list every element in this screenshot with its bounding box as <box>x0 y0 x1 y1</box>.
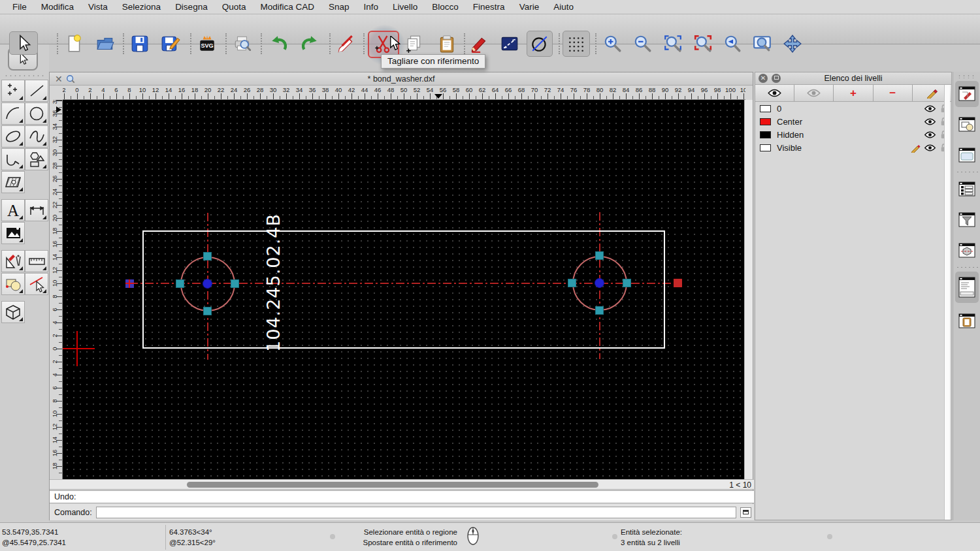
menu-item[interactable]: Modifica <box>34 2 81 12</box>
selection-handle[interactable] <box>595 306 604 315</box>
vertical-scrollbar[interactable] <box>744 100 753 479</box>
palette-polylines[interactable] <box>1 148 25 170</box>
horizontal-scrollbar[interactable]: 1 < 10 <box>50 479 754 490</box>
menu-item[interactable]: Modifica CAD <box>253 2 321 12</box>
open-file-button[interactable] <box>93 31 118 56</box>
drawing-canvas[interactable]: 104.245.02.4B <box>63 100 745 479</box>
undo-button[interactable] <box>267 31 291 56</box>
centerline-end-handle-right[interactable] <box>674 279 682 287</box>
zoom-pan-button[interactable] <box>780 31 805 56</box>
palette-splines[interactable] <box>25 125 48 148</box>
zoom-auto-button[interactable] <box>661 31 685 56</box>
print-preview-button[interactable] <box>230 31 255 56</box>
centerline-end-handle-left[interactable] <box>125 279 134 288</box>
layer-row[interactable]: 0 <box>755 102 951 115</box>
selection-handle[interactable] <box>231 279 239 288</box>
layer-row[interactable]: Hidden <box>755 128 951 141</box>
hide-all-layers-button[interactable] <box>794 85 834 101</box>
filter-window-button[interactable] <box>955 207 979 233</box>
menu-item[interactable]: Aiuto <box>546 2 581 12</box>
palette-blocks[interactable] <box>1 273 25 295</box>
layer-panel-scrollbar[interactable] <box>944 85 950 520</box>
part-number-text[interactable]: 104.245.02.4B <box>263 213 284 352</box>
palette-ellipses[interactable] <box>1 125 25 148</box>
palette-arcs[interactable] <box>1 102 25 125</box>
zoom-out-button[interactable] <box>630 31 655 56</box>
layer-list-window-button[interactable] <box>955 176 979 202</box>
detach-command-button[interactable] <box>740 507 751 518</box>
layer-visibility-eye-icon[interactable] <box>923 118 937 125</box>
drawing-window-titlebar[interactable]: ✕ * bond_washer.dxf <box>50 72 753 86</box>
preview-window-button[interactable] <box>955 142 979 168</box>
layer-visibility-eye-icon[interactable] <box>923 131 937 138</box>
command-window-button[interactable] <box>955 272 979 303</box>
palette-polygons[interactable] <box>25 148 48 170</box>
paste-button[interactable] <box>434 31 459 56</box>
zoom-select-button[interactable] <box>691 31 715 56</box>
palette-circles[interactable] <box>25 102 48 125</box>
layer-row[interactable]: Center <box>755 115 951 128</box>
command-input[interactable] <box>96 507 736 518</box>
delete-entities-button[interactable] <box>333 31 358 56</box>
palette-solids-3d[interactable] <box>1 301 25 323</box>
menu-item[interactable]: Quota <box>215 2 253 12</box>
menu-item[interactable]: Info <box>357 2 386 12</box>
select-arrow-button[interactable] <box>9 31 38 55</box>
palette-explode[interactable] <box>25 273 48 295</box>
layer-panel-titlebar[interactable]: ✕ Elenco dei livelli <box>755 72 951 85</box>
menu-item[interactable]: Blocco <box>425 2 466 12</box>
zoom-in-button[interactable] <box>600 31 625 56</box>
add-layer-button[interactable]: + <box>834 85 873 101</box>
grid-toggle-button[interactable] <box>563 31 590 57</box>
scrollbar-thumb[interactable] <box>187 482 598 488</box>
redo-button[interactable] <box>297 31 322 56</box>
close-icon[interactable]: ✕ <box>759 74 768 83</box>
palette-hatches[interactable] <box>1 171 25 193</box>
circle-attributes-button[interactable] <box>527 31 553 57</box>
save-button[interactable] <box>127 31 152 56</box>
zoom-previous-button[interactable] <box>720 31 745 56</box>
palette-points[interactable] <box>1 80 25 102</box>
copy-button[interactable] <box>402 31 427 56</box>
save-as-button[interactable] <box>158 31 183 56</box>
selection-handle[interactable] <box>203 307 212 315</box>
palette-modify[interactable] <box>1 250 25 272</box>
menu-item[interactable]: Disegna <box>168 2 215 12</box>
selection-handle[interactable] <box>203 252 212 260</box>
dock-drag-handle[interactable] <box>957 74 976 78</box>
palette-dimensions[interactable] <box>25 199 48 221</box>
palette-images[interactable] <box>1 222 25 244</box>
center-point-handle[interactable] <box>203 279 212 289</box>
selection-handle[interactable] <box>623 279 631 287</box>
zoom-window-button[interactable] <box>750 31 775 56</box>
layer-visibility-eye-icon[interactable] <box>923 105 937 112</box>
remove-layer-button[interactable]: − <box>874 85 913 101</box>
palette-measure[interactable] <box>25 250 48 272</box>
menu-item[interactable]: File <box>5 2 34 12</box>
menu-item[interactable]: Snap <box>321 2 357 12</box>
palette-text[interactable]: A <box>1 199 25 221</box>
palette-lines[interactable] <box>25 80 48 102</box>
show-all-layers-button[interactable] <box>755 85 794 101</box>
close-drawing-icon[interactable]: ✕ <box>55 74 63 84</box>
layer-row[interactable]: Visible <box>755 141 951 154</box>
library-window-button[interactable] <box>955 308 979 334</box>
block-shapes-window-button[interactable] <box>955 112 979 138</box>
svg-export-button[interactable]: SVG <box>195 31 220 56</box>
undock-icon[interactable] <box>772 74 781 83</box>
selection-handle[interactable] <box>568 279 576 287</box>
menu-item[interactable]: Livello <box>385 2 425 12</box>
menu-item[interactable]: Finestra <box>466 2 512 12</box>
selection-handle[interactable] <box>595 251 604 260</box>
pen-attributes-button[interactable] <box>466 31 491 56</box>
menu-item[interactable]: Varie <box>512 2 547 12</box>
block-insert-window-button[interactable] <box>955 238 979 264</box>
menu-item[interactable]: Seleziona <box>115 2 168 12</box>
layer-visibility-eye-icon[interactable] <box>923 144 937 151</box>
center-point-handle[interactable] <box>595 278 604 288</box>
menu-item[interactable]: Vista <box>81 2 115 12</box>
pen-properties-window-button[interactable] <box>955 81 979 107</box>
line-attributes-button[interactable] <box>497 31 522 56</box>
selection-handle[interactable] <box>176 279 184 288</box>
new-file-button[interactable] <box>61 31 86 56</box>
